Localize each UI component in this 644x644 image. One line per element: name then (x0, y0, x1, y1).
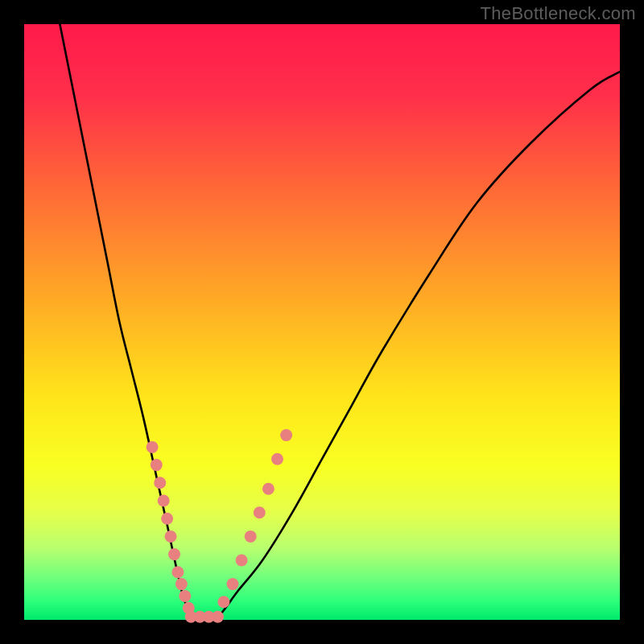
plot-background (24, 24, 620, 620)
bottleneck-chart (0, 0, 644, 644)
data-dot (171, 566, 184, 578)
data-dot (179, 590, 191, 602)
data-dot (154, 477, 166, 489)
data-dot (271, 453, 283, 465)
data-dot (245, 530, 257, 543)
data-dot (236, 555, 248, 567)
data-dot (168, 548, 180, 560)
data-dot (280, 429, 292, 441)
data-dot (254, 506, 266, 518)
data-dot (165, 530, 177, 543)
data-dot (147, 441, 159, 453)
watermark-text: TheBottleneck.com (481, 3, 636, 24)
data-dot (212, 611, 224, 623)
data-dot (262, 483, 275, 495)
chart-stage: TheBottleneck.com (0, 0, 644, 644)
data-dot (175, 578, 188, 590)
data-dot (217, 596, 229, 608)
data-dot (227, 578, 239, 590)
data-dot (158, 495, 170, 507)
data-dot (151, 459, 163, 471)
data-dot (161, 513, 173, 525)
